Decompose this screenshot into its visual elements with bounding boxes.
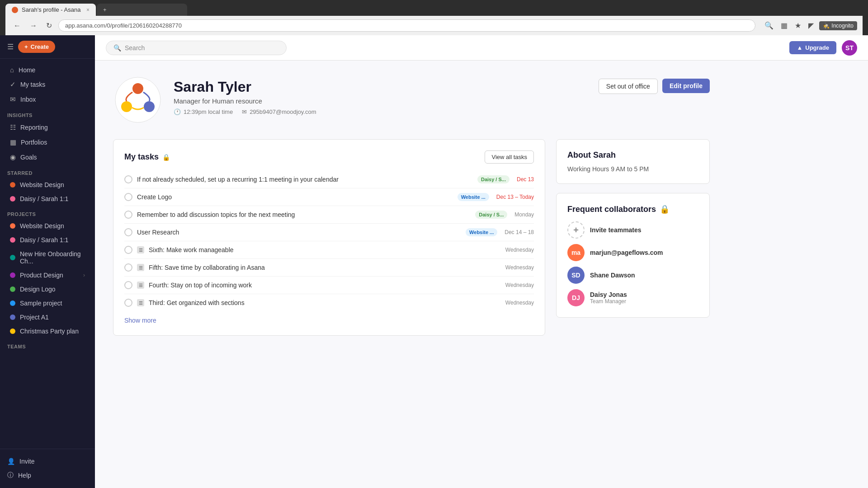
browser-actions: 🔍 ▦ ★ ◤ 🕵 Incognito (763, 19, 857, 32)
incognito-label: Incognito (831, 23, 854, 29)
task-checkbox[interactable] (124, 175, 132, 183)
menu-icon[interactable]: ☰ (7, 42, 14, 51)
sidebar-item-product-design[interactable]: Product Design › (3, 268, 92, 282)
profile-header: Sarah Tyler Manager for Human resource 🕐… (113, 75, 710, 125)
sidebar-item-my-tasks[interactable]: ✓ My tasks (3, 77, 92, 92)
clock-icon: 🕐 (174, 108, 181, 115)
bookmark-icon[interactable]: ★ (793, 19, 803, 32)
task-name: Third: Get organized with sections (149, 299, 501, 306)
forward-button[interactable]: → (27, 20, 40, 32)
sidebar-invite-button[interactable]: 👤 Invite (0, 455, 95, 468)
invite-label[interactable]: Invite teammates (590, 226, 642, 234)
sidebar-item-goals[interactable]: ◉ Goals (3, 150, 92, 164)
task-tag: Website ... (458, 193, 489, 201)
incognito-icon: 🕵 (823, 23, 830, 29)
invite-teammates-button[interactable]: + (567, 221, 585, 239)
collab-sd-info: Shane Dawson (590, 272, 635, 279)
task-checkbox[interactable] (124, 281, 132, 289)
table-row: ☰ Fifth: Save time by collaborating in A… (124, 259, 534, 277)
profile-name: Sarah Tyler (174, 79, 588, 95)
sidebar-item-design-logo[interactable]: Design Logo (3, 282, 92, 296)
sidebar-icon[interactable]: ◤ (807, 19, 816, 32)
task-date: Dec 13 (517, 176, 534, 183)
tasks-card-title: My tasks 🔒 (124, 152, 170, 162)
user-avatar[interactable]: ST (842, 40, 857, 56)
project-new-hire-dot (10, 255, 15, 260)
sidebar-item-project-a1[interactable]: Project A1 (3, 310, 92, 324)
sidebar-item-sample-project[interactable]: Sample project (3, 296, 92, 310)
create-button[interactable]: + Create (18, 41, 55, 53)
about-card: About Sarah Working Hours 9 AM to 5 PM (556, 139, 710, 184)
set-out-office-button[interactable]: Set out of office (599, 79, 658, 94)
project-product-design-dot (10, 272, 15, 278)
tasks-column: My tasks 🔒 View all tasks If not already… (113, 139, 545, 345)
collab-title-text: Frequent collaborators (567, 205, 656, 214)
task-checkbox[interactable] (124, 193, 132, 201)
sidebar-inbox-label: Inbox (20, 96, 36, 103)
sidebar-item-new-hire[interactable]: New Hire Onboarding Ch... (3, 247, 92, 268)
refresh-button[interactable]: ↻ (43, 19, 55, 32)
profile-time: 🕐 12:39pm local time (174, 108, 233, 115)
invite-icon: 👤 (7, 458, 15, 465)
sidebar-item-website-design[interactable]: Website Design (3, 219, 92, 233)
upgrade-button[interactable]: ▲ Upgrade (789, 41, 836, 54)
sidebar: ☰ + Create ⌂ Home ✓ My tasks ✉ Inbox Ins… (0, 35, 95, 488)
upgrade-icon: ▲ (797, 44, 802, 51)
sidebar-item-inbox[interactable]: ✉ Inbox (3, 92, 92, 107)
project-a1-label: Project A1 (20, 314, 49, 321)
sidebar-item-website-design-starred[interactable]: Website Design (3, 178, 92, 192)
sidebar-item-home[interactable]: ⌂ Home (3, 63, 92, 77)
daisy-sarah-dot (10, 196, 15, 202)
reporting-icon: ☷ (10, 123, 16, 131)
tab-close-button[interactable]: × (86, 7, 90, 13)
project-design-logo-label: Design Logo (20, 286, 56, 293)
sidebar-item-portfolios[interactable]: ▦ Portfolios (3, 135, 92, 150)
task-date: Wednesday (505, 300, 534, 306)
task-date: Wednesday (505, 264, 534, 271)
svg-point-2 (121, 101, 132, 112)
sidebar-item-daisy-sarah[interactable]: Daisy / Sarah 1:1 (3, 233, 92, 247)
svg-point-3 (144, 101, 155, 112)
url-bar[interactable]: app.asana.com/0/profile/1206160204288770 (58, 19, 755, 32)
profile-email: 295b9407@moodjoy.com (250, 108, 316, 115)
task-name: Fifth: Save time by collaborating in Asa… (149, 264, 501, 271)
project-christmas-dot (10, 328, 15, 334)
search-bar[interactable]: 🔍 Search (106, 41, 287, 55)
email-icon: ✉ (242, 108, 247, 115)
collab-lock-icon: 🔒 (660, 204, 670, 214)
task-type-icon: ☰ (137, 299, 144, 306)
table-row: ☰ Fourth: Stay on top of incoming work W… (124, 277, 534, 294)
edit-profile-button[interactable]: Edit profile (662, 79, 710, 93)
task-checkbox[interactable] (124, 246, 132, 254)
task-checkbox[interactable] (124, 228, 132, 236)
task-checkbox[interactable] (124, 299, 132, 307)
new-tab-button[interactable]: + (97, 4, 187, 16)
collaborators-card: Frequent collaborators 🔒 + Invite teamma… (556, 193, 710, 318)
task-checkbox[interactable] (124, 211, 132, 219)
view-all-tasks-button[interactable]: View all tasks (485, 150, 534, 164)
table-row: ☰ Third: Get organized with sections Wed… (124, 294, 534, 311)
sidebar-reporting-label: Reporting (20, 124, 48, 131)
task-type-icon: ☰ (137, 282, 144, 289)
cast-icon[interactable]: ▦ (779, 19, 789, 32)
show-more-button[interactable]: Show more (124, 317, 156, 324)
profile-avatar-image (113, 75, 163, 125)
active-tab[interactable]: Sarah's profile - Asana × (5, 4, 96, 16)
sidebar-item-daisy-sarah-starred[interactable]: Daisy / Sarah 1:1 (3, 192, 92, 206)
help-icon: ⓘ (7, 471, 14, 479)
daisy-sarah-starred-label: Daisy / Sarah 1:1 (20, 195, 68, 202)
search-icon[interactable]: 🔍 (763, 19, 775, 32)
browser-toolbar: ← → ↻ app.asana.com/0/profile/1206160204… (5, 16, 863, 35)
task-date: Wednesday (505, 247, 534, 253)
sidebar-help-button[interactable]: ⓘ Help (0, 468, 95, 483)
back-button[interactable]: ← (11, 20, 24, 32)
sidebar-goals-label: Goals (20, 154, 37, 161)
sidebar-item-reporting[interactable]: ☷ Reporting (3, 120, 92, 135)
main-content: Sarah Tyler Manager for Human resource 🕐… (95, 61, 868, 488)
my-tasks-card: My tasks 🔒 View all tasks If not already… (113, 139, 545, 336)
task-checkbox[interactable] (124, 263, 132, 272)
about-title: About Sarah (567, 150, 698, 160)
sidebar-item-christmas-party[interactable]: Christmas Party plan (3, 324, 92, 338)
upgrade-label: Upgrade (805, 44, 829, 51)
browser-chrome: Sarah's profile - Asana × + ← → ↻ app.as… (0, 0, 868, 35)
